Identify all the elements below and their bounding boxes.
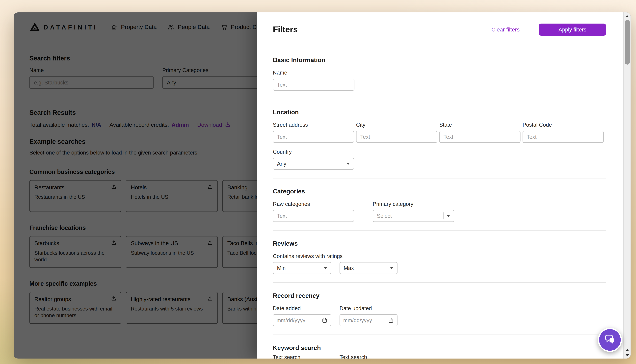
desktop-background: DATAFINITI Property DataPeople DataProdu… [0, 0, 636, 364]
state-label: State [440, 122, 520, 128]
primary-category-placeholder: Select [377, 213, 392, 219]
filters-header: Filters Clear filters Apply filters [273, 12, 606, 47]
date-updated-placeholder: mm/dd/yyyy [343, 317, 372, 323]
primary-category-combobox[interactable]: Select [373, 210, 454, 222]
chevron-down-icon [347, 163, 350, 165]
country-select-value: Any [277, 161, 286, 167]
record-recency-heading: Record recency [273, 292, 606, 300]
filters-section-keyword-search: Keyword search Text search Text search [273, 335, 606, 359]
app-window: DATAFINITI Property DataPeople DataProdu… [14, 12, 631, 358]
date-added-input[interactable]: mm/dd/yyyy [273, 314, 332, 326]
city-label: City [356, 122, 437, 128]
keyword-search-heading: Keyword search [273, 344, 606, 352]
filters-section-location: Location Street address City State [273, 99, 606, 178]
chat-launcher-button[interactable] [598, 328, 622, 352]
country-label: Country [273, 149, 606, 155]
primary-category-label: Primary category [373, 201, 454, 208]
location-heading: Location [273, 108, 606, 116]
filter-name-input[interactable] [273, 79, 354, 91]
filters-drawer: Filters Clear filters Apply filters Basi… [257, 12, 623, 358]
date-updated-input[interactable]: mm/dd/yyyy [340, 314, 398, 326]
reviews-heading: Reviews [273, 240, 606, 247]
street-address-label: Street address [273, 122, 354, 128]
filters-title: Filters [273, 25, 298, 34]
filters-section-basic-information: Basic Information Name [273, 47, 606, 99]
raw-categories-input[interactable] [273, 210, 354, 222]
reviews-max-value: Max [344, 265, 354, 271]
raw-categories-label: Raw categories [273, 201, 354, 208]
combobox-divider [444, 212, 444, 220]
keyword-left-label: Text search [273, 354, 332, 359]
clear-filters-button[interactable]: Clear filters [492, 26, 520, 33]
date-added-label: Date added [273, 305, 332, 312]
calendar-icon [388, 317, 394, 323]
categories-heading: Categories [273, 188, 606, 195]
street-address-input[interactable] [273, 131, 354, 143]
chevron-down-icon [390, 267, 393, 269]
postal-code-input[interactable] [522, 131, 604, 143]
filters-section-categories: Categories Raw categories Primary catego… [273, 178, 606, 231]
apply-filters-button[interactable]: Apply filters [539, 24, 606, 36]
name-label: Name [273, 70, 354, 76]
scrollbar-track[interactable] [623, 12, 631, 358]
scroll-down-button[interactable] [624, 352, 631, 358]
keyword-right-label: Text search [340, 354, 398, 359]
reviews-min-value: Min [277, 265, 286, 271]
date-added-placeholder: mm/dd/yyyy [276, 317, 306, 323]
reviews-min-select[interactable]: Min [273, 262, 332, 274]
postal-code-label: Postal Code [522, 122, 604, 128]
chevron-down-icon [324, 267, 327, 269]
chevron-down-icon [447, 215, 450, 217]
filters-section-reviews: Reviews Contains reviews with ratings Mi… [273, 231, 606, 283]
filters-section-record-recency: Record recency Date added mm/dd/yyyy [273, 283, 606, 335]
reviews-ratings-label: Contains reviews with ratings [273, 253, 606, 260]
scrollbar-thumb[interactable] [625, 20, 630, 64]
country-select[interactable]: Any [273, 158, 354, 170]
scroll-up-button[interactable] [624, 13, 631, 19]
basic-information-heading: Basic Information [273, 56, 606, 64]
state-input[interactable] [440, 131, 520, 143]
scroll-up-button-bottom[interactable] [624, 347, 631, 353]
calendar-icon [322, 317, 328, 323]
reviews-max-select[interactable]: Max [340, 262, 398, 274]
city-input[interactable] [356, 131, 437, 143]
chat-icon [604, 333, 616, 347]
date-updated-label: Date updated [340, 305, 398, 312]
